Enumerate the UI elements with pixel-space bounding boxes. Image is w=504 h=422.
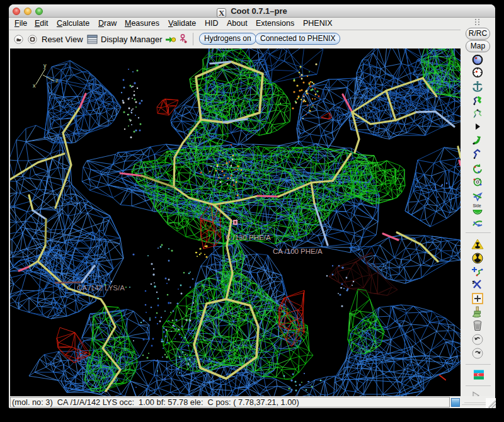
svg-text:x: x bbox=[33, 83, 36, 89]
svg-text:C /130 PHE/A: C /130 PHE/A bbox=[226, 234, 271, 241]
svg-text:z: z bbox=[55, 77, 59, 84]
svg-text:y: y bbox=[43, 62, 47, 69]
svg-text:CA /100 PHE/A: CA /100 PHE/A bbox=[273, 248, 323, 255]
svg-text:Side: Side bbox=[473, 203, 481, 208]
svg-text:CA /142 LYS/A: CA /142 LYS/A bbox=[77, 284, 125, 292]
